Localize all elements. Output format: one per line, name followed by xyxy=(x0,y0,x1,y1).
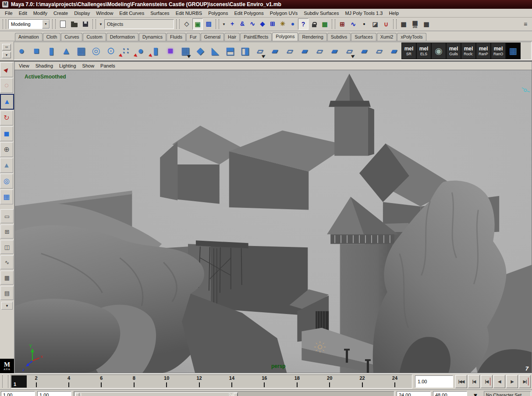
render-current-frame-icon[interactable]: ▦ xyxy=(399,19,408,29)
make-live-icon[interactable]: ∪ xyxy=(381,19,391,29)
panel-menu-shading[interactable]: Shading xyxy=(35,63,57,69)
range-slider-groove[interactable]: 1 24 xyxy=(74,391,394,396)
mel-rano-button-icon[interactable]: melRanO xyxy=(491,43,506,59)
range-end-handle[interactable] xyxy=(234,393,238,396)
mel-ranp-button-icon[interactable]: melRanP xyxy=(476,43,491,59)
mel-sr-button-icon[interactable]: melSR xyxy=(401,43,416,59)
menu-edit-polygons[interactable]: Edit Polygons xyxy=(231,10,266,17)
mask-rendering-icon[interactable]: ● xyxy=(288,18,298,29)
section-separator[interactable] xyxy=(332,19,335,29)
step-back-key-button[interactable]: |◀ xyxy=(468,375,480,388)
menu-help[interactable]: Help xyxy=(386,10,402,17)
poly-sphere-icon[interactable]: ● xyxy=(14,43,29,59)
menu-subdiv-surfaces[interactable]: Subdiv Surfaces xyxy=(301,10,342,17)
merge-vertices-icon[interactable]: ▰ xyxy=(327,43,342,59)
go-to-start-button[interactable]: |◀◀ xyxy=(455,375,467,388)
four-pane-layout-button[interactable]: ⊞ xyxy=(0,225,14,239)
menu-window[interactable]: Window xyxy=(93,10,116,17)
panel-menu-panels[interactable]: Panels xyxy=(100,63,119,69)
save-scene-icon[interactable] xyxy=(81,19,90,29)
flip-edge-icon[interactable]: ▱ xyxy=(372,43,387,59)
snap-to-grids-icon[interactable]: ⊞ xyxy=(337,19,347,29)
mel-guils-button-icon[interactable]: melGuils xyxy=(446,43,461,59)
mask-misc-icon[interactable]: ? xyxy=(298,18,309,30)
poly-cylinder-icon[interactable]: ▮ xyxy=(44,43,59,59)
poke-faces-icon[interactable]: ◆ xyxy=(193,43,208,59)
time-slider-drag-handle[interactable] xyxy=(2,375,8,388)
menu-edit-nurbs[interactable]: Edit NURBS xyxy=(173,10,206,17)
new-scene-icon[interactable] xyxy=(58,19,67,29)
extract-faces-icon[interactable]: ∷ xyxy=(118,43,133,59)
mask-handles-icon[interactable]: & xyxy=(238,18,247,29)
script-sphere-button-icon[interactable]: ◉ xyxy=(431,43,446,59)
section-separator[interactable] xyxy=(52,19,56,29)
shelf-tab-general[interactable]: General xyxy=(201,33,224,41)
split-polygon-tool-icon[interactable]: ▱ xyxy=(252,43,267,59)
make-hole-icon[interactable]: ▰ xyxy=(387,43,401,59)
shelf-tab-fluids[interactable]: Fluids xyxy=(167,33,186,41)
playback-start-field[interactable]: 1.00 xyxy=(37,391,71,396)
range-start-handle[interactable] xyxy=(75,393,79,396)
step-back-frame-button[interactable]: |◀ xyxy=(481,375,493,388)
shelf-tab-dynamics[interactable]: Dynamics xyxy=(139,33,166,41)
mirror-geometry-icon[interactable]: ◨ xyxy=(238,43,252,59)
mask-deformations-icon[interactable]: ⊞ xyxy=(268,18,277,29)
rotate-tool[interactable]: ↻ xyxy=(0,111,13,125)
interactive-split-icon[interactable]: ▦ xyxy=(178,43,193,59)
shelf-tab-custom[interactable]: Custom xyxy=(83,33,106,41)
status-line-drag-handle[interactable] xyxy=(3,19,6,29)
menu-create[interactable]: Create xyxy=(50,10,71,17)
last-tool[interactable]: ▦ xyxy=(0,189,13,204)
collapse-edge-icon[interactable]: ▰ xyxy=(357,43,372,59)
scale-tool[interactable]: ◼ xyxy=(0,126,13,141)
render-globals-icon[interactable]: ▦ xyxy=(422,19,431,29)
persp-multi-layout-button[interactable]: ▤ xyxy=(0,286,14,300)
shelf-tab-switch-button[interactable]: ▭ xyxy=(2,44,11,50)
shelf-tab-cloth[interactable]: Cloth xyxy=(43,33,61,41)
shelf-tab-surfaces[interactable]: Surfaces xyxy=(351,33,376,41)
shelf-tab-subdivs[interactable]: Subdivs xyxy=(327,33,351,41)
lasso-select-tool[interactable]: ◌ xyxy=(0,78,13,93)
shelf-tab-animation[interactable]: Animation xyxy=(15,33,43,41)
section-separator[interactable] xyxy=(176,19,180,29)
character-set-menu-button[interactable]: ▼ xyxy=(469,392,482,396)
persp-graph-layout-button[interactable]: ∿ xyxy=(0,255,14,269)
move-tool[interactable]: ▲ xyxy=(0,94,14,110)
panel-menu-show[interactable]: Show xyxy=(82,63,98,69)
shelf-tab-fur[interactable]: Fur xyxy=(186,33,200,41)
panel-menu-lighting[interactable]: Lighting xyxy=(59,63,80,69)
hypershade-persp-layout-button[interactable]: ▦ xyxy=(0,271,14,285)
shelf-tab-hair[interactable]: Hair xyxy=(224,33,240,41)
menu-polygon-uvs[interactable]: Polygon UVs xyxy=(267,10,301,17)
mel-rock-button-icon[interactable]: melRock: xyxy=(461,43,476,59)
snap-to-points-icon[interactable]: • xyxy=(359,19,369,29)
panel-menu-view[interactable]: View xyxy=(19,63,33,69)
append-polygon-icon[interactable]: ▱ xyxy=(312,43,327,59)
menu-modify[interactable]: Modify xyxy=(30,10,50,17)
select-by-hierarchy-icon[interactable]: ◇ xyxy=(182,18,192,29)
bevel-icon[interactable]: ◣ xyxy=(208,43,223,59)
mask-points-icon[interactable]: + xyxy=(227,18,237,29)
menu-mj-poly-tools-1-3[interactable]: MJ Poly Tools 1.3 xyxy=(342,10,386,17)
booleans-icon[interactable]: ■ xyxy=(163,43,178,59)
selection-mask-field[interactable]: Objects xyxy=(104,19,174,29)
mel-els-button-icon[interactable]: melELS xyxy=(416,43,431,59)
show-manipulator-tool[interactable]: ◎ xyxy=(0,174,13,189)
section-separator[interactable] xyxy=(216,19,219,29)
menu-surfaces[interactable]: Surfaces xyxy=(147,10,172,17)
current-frame-indicator[interactable]: 1 xyxy=(11,375,27,388)
viewport-canvas[interactable]: Y x z ActiveSmoothed persp 7 xyxy=(14,70,532,373)
collapse-arrow-icon[interactable]: ▼ xyxy=(98,20,103,29)
ipr-render-icon[interactable]: ▦IPR xyxy=(410,19,420,29)
section-separator[interactable] xyxy=(393,19,397,29)
menu-edit-curves[interactable]: Edit Curves xyxy=(116,10,147,17)
combine-icon[interactable]: ● xyxy=(133,43,148,59)
select-tool[interactable]: ► xyxy=(0,62,13,77)
animation-start-field[interactable]: 1.00 xyxy=(1,391,35,396)
poly-cube-icon[interactable]: ■ xyxy=(29,43,44,59)
menu-file[interactable]: File xyxy=(2,10,16,17)
menu-edit[interactable]: Edit xyxy=(16,10,30,17)
delete-edge-icon[interactable]: ▱ xyxy=(342,43,357,59)
snap-to-curves-icon[interactable]: ∿ xyxy=(348,19,358,29)
select-by-component-icon[interactable]: ▨ xyxy=(204,18,213,29)
